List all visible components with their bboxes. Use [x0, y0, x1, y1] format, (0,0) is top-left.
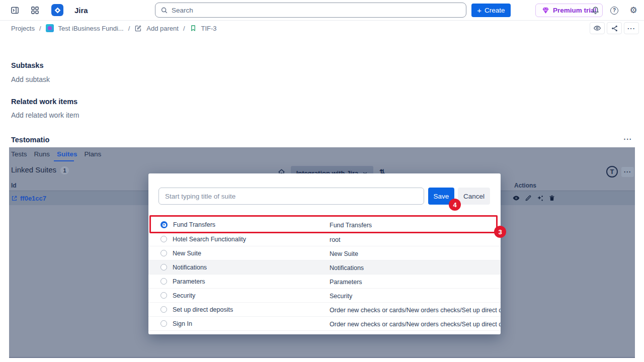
- row-actions: [512, 194, 555, 202]
- notifications-button[interactable]: [589, 4, 602, 17]
- suite-option-label: Security: [173, 292, 195, 299]
- radio-selected-icon[interactable]: [160, 221, 168, 228]
- breadcrumb-project[interactable]: Test iBusiness Fundi...: [58, 25, 124, 32]
- breadcrumb: Projects / Test iBusiness Fundi... / Add…: [0, 24, 217, 32]
- suite-option-label: Sign In: [173, 320, 192, 327]
- panel-more-button[interactable]: ···: [621, 167, 634, 177]
- radio-icon[interactable]: [160, 306, 167, 313]
- suite-option-clipped[interactable]: [148, 330, 501, 334]
- search-placeholder: Search: [172, 7, 193, 14]
- edit-icon[interactable]: [525, 195, 532, 202]
- app-switcher-button[interactable]: [28, 4, 41, 17]
- tab-tests[interactable]: Tests: [11, 150, 27, 158]
- suite-option-label: Hotel Search Functionality: [173, 236, 246, 243]
- cancel-button[interactable]: Cancel: [458, 188, 490, 205]
- settings-button[interactable]: ⚙: [627, 4, 640, 17]
- global-search-input[interactable]: Search: [155, 3, 466, 18]
- suite-option-path: Security: [330, 293, 352, 300]
- eye-icon: [593, 24, 601, 32]
- add-related-item-link[interactable]: Add related work item: [11, 111, 79, 119]
- watch-button[interactable]: [590, 22, 605, 34]
- linked-suites-count-badge: 1: [60, 166, 69, 174]
- breadcrumb-add-parent[interactable]: Add parent: [146, 25, 179, 32]
- annotation-step-3: 3: [494, 226, 506, 238]
- help-icon: ?: [610, 7, 618, 15]
- subtasks-heading: Subtasks: [11, 61, 43, 69]
- suite-option-label: Notifications: [173, 264, 207, 271]
- radio-icon[interactable]: [160, 292, 167, 299]
- gem-icon: [542, 7, 549, 14]
- search-icon: [160, 7, 168, 14]
- breadcrumb-row: Projects / Test iBusiness Fundi... / Add…: [0, 21, 644, 36]
- breadcrumb-projects[interactable]: Projects: [11, 25, 35, 32]
- testomatio-tabs: Tests Runs Suites Plans: [11, 150, 101, 158]
- suite-option-path: Parameters: [330, 279, 362, 286]
- suite-option-label: Fund Transfers: [173, 221, 215, 228]
- ellipsis-icon: ···: [627, 25, 635, 32]
- sidebar-toggle-button[interactable]: [8, 4, 21, 17]
- create-button[interactable]: + Create: [471, 4, 511, 17]
- create-button-label: Create: [485, 7, 505, 14]
- view-icon[interactable]: [512, 194, 520, 202]
- suite-option-notifications[interactable]: Notifications Notifications: [148, 260, 501, 274]
- jira-logo-icon[interactable]: [51, 4, 63, 16]
- tab-plans[interactable]: Plans: [85, 150, 102, 158]
- suite-option-parameters[interactable]: Parameters Parameters: [148, 274, 501, 288]
- suite-option-sign-in[interactable]: Sign In Order new checks or cards/New or…: [148, 316, 501, 330]
- add-subtask-link[interactable]: Add subtask: [11, 75, 50, 83]
- testomatio-logo-icon: T: [606, 166, 618, 177]
- gear-icon: ⚙: [629, 6, 637, 15]
- suite-id-text: ff0e1cc7: [20, 195, 46, 202]
- suite-option-new-suite[interactable]: New Suite New Suite: [148, 246, 501, 260]
- suite-option-hotel-search[interactable]: Hotel Search Functionality root: [148, 232, 501, 246]
- more-actions-button[interactable]: ···: [624, 22, 639, 34]
- suite-option-label: Parameters: [173, 278, 205, 285]
- testomatio-heading: Testomatio: [11, 136, 49, 144]
- plus-icon: +: [477, 6, 481, 15]
- suite-option-label: Set up direct deposits: [173, 306, 233, 313]
- suite-option-direct-deposits[interactable]: Set up direct deposits Order new checks …: [148, 302, 501, 316]
- annotation-step-4: 4: [449, 199, 461, 211]
- tab-runs[interactable]: Runs: [34, 150, 50, 158]
- suite-option-path: New Suite: [330, 250, 358, 257]
- share-button[interactable]: [607, 22, 622, 34]
- suite-option-path: Order new checks or cards/New orders che…: [330, 307, 501, 314]
- link-suite-modal: Save Cancel Fund Transfers Fund Transfer…: [148, 173, 501, 334]
- suite-id-link[interactable]: ff0e1cc7: [11, 195, 46, 202]
- subtask-bookmark-icon: [190, 25, 197, 32]
- radio-icon[interactable]: [160, 264, 167, 270]
- suite-option-label: New Suite: [173, 250, 201, 257]
- suite-option-path: Fund Transfers: [330, 222, 372, 229]
- suite-options-list: Fund Transfers Fund Transfers Hotel Sear…: [148, 218, 501, 334]
- breadcrumb-issue-key[interactable]: TIF-3: [201, 25, 217, 32]
- app-title: Jira: [74, 6, 88, 15]
- jira-issue-page: Jira Search + Create Premium trial: [0, 0, 644, 362]
- delete-icon[interactable]: [548, 195, 555, 202]
- ai-sparkle-icon[interactable]: [536, 195, 544, 202]
- top-navigation-bar: Jira Search + Create Premium trial: [0, 0, 644, 21]
- help-button[interactable]: ?: [608, 4, 621, 17]
- related-items-heading: Related work items: [11, 98, 77, 106]
- column-header-id[interactable]: Id: [11, 182, 17, 189]
- suite-option-fund-transfers[interactable]: Fund Transfers Fund Transfers: [148, 218, 501, 232]
- suite-option-security[interactable]: Security Security: [148, 288, 501, 302]
- radio-icon[interactable]: [160, 278, 167, 285]
- panel-toggle-icon: [11, 6, 19, 15]
- linked-suites-title: Linked Suites: [11, 165, 56, 174]
- suite-option-path: Order new checks or cards/New orders che…: [330, 321, 501, 328]
- radio-icon[interactable]: [160, 320, 167, 327]
- external-link-icon: [11, 195, 18, 202]
- breadcrumb-separator: /: [128, 25, 130, 32]
- radio-icon[interactable]: [160, 236, 167, 242]
- suite-option-path: Notifications: [330, 264, 364, 272]
- suite-title-input[interactable]: [158, 188, 424, 205]
- breadcrumb-separator: /: [183, 25, 185, 32]
- suite-option-path: root: [330, 236, 341, 243]
- app-grid-icon: [31, 6, 39, 15]
- edit-icon: [134, 25, 142, 32]
- testomatio-more-button[interactable]: ···: [621, 134, 635, 145]
- share-icon: [611, 25, 618, 32]
- linked-suites-header: Linked Suites1: [11, 165, 69, 174]
- radio-icon[interactable]: [160, 250, 167, 256]
- tab-suites[interactable]: Suites: [57, 150, 77, 158]
